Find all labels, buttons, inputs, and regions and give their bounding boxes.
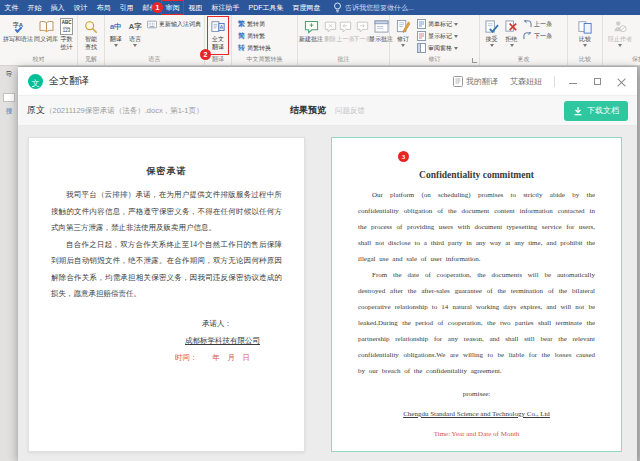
update-ime-icon: [147, 20, 157, 29]
previous-comment-icon: [339, 18, 352, 35]
tab-design[interactable]: 设计: [69, 0, 92, 15]
chevron-down-icon: [114, 44, 118, 47]
reviewing-pane-button[interactable]: 审阅窗格: [415, 42, 460, 54]
download-document-button[interactable]: 下载文档: [564, 101, 628, 121]
word-count-label-2: 统计: [61, 44, 73, 52]
group-changes: 接受 拒绝 上一条 下一条 更改: [480, 15, 568, 65]
tab-view[interactable]: 视图: [184, 0, 207, 15]
simple-markup-button[interactable]: 简单标记: [415, 18, 460, 30]
tab-references[interactable]: 引用: [115, 0, 138, 15]
spell-check-icon: [13, 18, 23, 35]
delete-comment-button[interactable]: 删除: [323, 17, 337, 54]
tab-review-label: 审阅: [166, 3, 180, 13]
accept-button[interactable]: 接受: [481, 17, 502, 54]
username-menu[interactable]: 艾森妞妞: [510, 76, 542, 87]
next-change-button[interactable]: 下一条: [521, 30, 554, 42]
reject-icon: [505, 18, 518, 35]
close-button[interactable]: [615, 75, 627, 87]
tab-review[interactable]: 1 审阅: [161, 0, 184, 15]
tab-insert[interactable]: 插入: [46, 0, 69, 15]
translated-doc-paragraph-2: From the date of cooperation, the docume…: [358, 267, 595, 379]
tab-pdf-tools[interactable]: PDF工具集: [244, 0, 288, 15]
convert-button[interactable]: 简繁转换: [236, 42, 296, 54]
next-change-icon: [523, 32, 532, 40]
minimize-icon: [569, 83, 577, 84]
show-markup-button[interactable]: 显示标记: [415, 30, 460, 42]
download-label: 下载文档: [587, 105, 619, 116]
traditional-to-simplified-button[interactable]: 繁转简: [236, 18, 296, 30]
full-text-translate-button[interactable]: 全文 翻译: [206, 17, 230, 54]
compare-button[interactable]: 比较: [572, 17, 598, 54]
chevron-down-icon: [618, 44, 622, 47]
thesaurus-icon: [39, 18, 54, 35]
group-label-protect: 保护: [603, 55, 640, 64]
show-markup-icon: [417, 31, 426, 41]
my-translations-icon: [453, 76, 463, 87]
full-translate-label-2: 翻译: [212, 44, 224, 52]
group-label-chinese-conversion: 中文简繁转换: [232, 55, 297, 64]
group-label-changes: 更改: [480, 55, 567, 64]
chevron-down-icon: [510, 44, 514, 47]
feedback-link[interactable]: 问题反馈: [335, 106, 365, 116]
new-comment-button[interactable]: 新建批注: [299, 17, 323, 54]
show-comments-button[interactable]: 显示批注: [371, 17, 391, 54]
reject-button[interactable]: 拒绝: [502, 17, 521, 54]
dialog-title: 全文翻译: [49, 74, 89, 88]
source-file-info: （20211129保密承诺（法务）.docx，第1-1页）: [45, 106, 204, 116]
previous-comment-button[interactable]: 上一条: [337, 17, 354, 54]
previous-change-icon: [523, 20, 532, 28]
tab-annotation-assistant[interactable]: 标注助手: [207, 0, 244, 15]
close-icon: [617, 77, 626, 86]
language-label: 语言: [129, 36, 141, 44]
restrict-editing-button[interactable]: 限制编辑: [636, 17, 640, 54]
tab-baidu-netdisk[interactable]: 百度网盘: [288, 0, 325, 15]
navigation-link-sliver: 搜: [6, 107, 13, 116]
language-button[interactable]: 语言: [126, 17, 146, 54]
spelling-grammar-button[interactable]: 拼写和语法: [1, 17, 35, 54]
app-logo-icon: [28, 74, 43, 89]
translated-doc-title: Confidentiality commitment: [358, 170, 595, 180]
tab-layout[interactable]: 布局: [92, 0, 115, 15]
smart-lookup-button[interactable]: 智能 查找: [79, 17, 103, 54]
thesaurus-button[interactable]: 同义词库: [35, 17, 57, 54]
delete-comment-label: 删除: [324, 36, 336, 44]
tab-file[interactable]: 文件: [0, 0, 23, 15]
new-comment-icon: [304, 18, 319, 35]
translate-button[interactable]: 翻译: [106, 17, 126, 54]
maximize-icon: [594, 78, 601, 85]
step-2-badge: 2: [200, 49, 211, 60]
accept-icon: [485, 18, 499, 35]
minimize-button[interactable]: [567, 75, 579, 87]
smart-lookup-icon: [84, 18, 98, 35]
previous-change-button[interactable]: 上一条: [521, 18, 554, 30]
source-label: 原文: [27, 104, 45, 117]
simplified-to-traditional-button[interactable]: 简转繁: [236, 30, 296, 42]
group-protect: 阻止作者 限制编辑 保护: [603, 15, 640, 65]
maximize-button[interactable]: [591, 75, 603, 87]
tell-me-label: 告诉我您想要做什么...: [345, 3, 414, 13]
source-doc-company: 成都标学科技有限公司: [51, 332, 260, 349]
full-text-translation-dialog: 全文翻译 我的翻译 艾森妞妞 原文 （20211129保密承诺（法务）.docx…: [18, 67, 637, 461]
group-label-insights: 见解: [78, 55, 104, 64]
review-ribbon: 拼写和语法 同义词库 字数 统计 校对 智能 查找: [0, 15, 640, 66]
group-label-comments: 批注: [298, 55, 389, 64]
result-preview-label: 结果预览: [290, 104, 326, 117]
chevron-down-icon: [454, 35, 458, 38]
reviewing-pane-label: 审阅窗格: [428, 44, 452, 53]
compare-label: 比较: [579, 36, 591, 44]
tab-home[interactable]: 开始: [23, 0, 46, 15]
block-authors-button[interactable]: 阻止作者: [604, 17, 636, 54]
source-doc-date-line: 时间： 年 月 日: [51, 349, 250, 366]
thesaurus-label: 同义词库: [34, 36, 58, 44]
chevron-down-icon: [133, 44, 137, 47]
tell-me-box[interactable]: 告诉我您想要做什么...: [333, 0, 414, 15]
block-authors-icon: [613, 18, 627, 35]
group-compare: 比较 比较: [568, 15, 603, 65]
update-ime-dictionary-button[interactable]: 更新输入法词典: [145, 18, 203, 30]
source-doc-title: 保密承诺: [51, 165, 282, 178]
track-changes-button[interactable]: 修订: [391, 17, 415, 54]
word-count-button[interactable]: 字数 统计: [57, 17, 76, 54]
full-translate-icon: [211, 18, 225, 35]
my-translations-button[interactable]: 我的翻译: [453, 76, 498, 87]
language-icon: [129, 18, 142, 35]
